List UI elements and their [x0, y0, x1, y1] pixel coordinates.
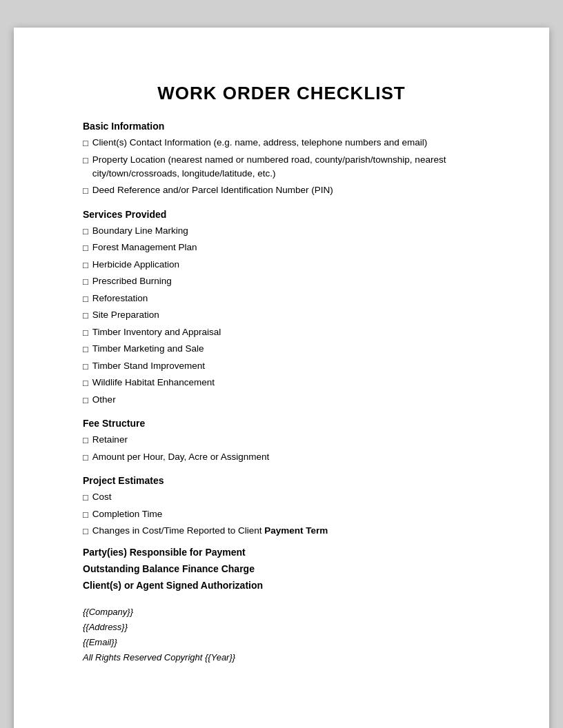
checkbox-deed-reference: □ — [83, 184, 88, 198]
checkbox-reforestation: □ — [83, 292, 88, 306]
item-boundary-line-marking: □ Boundary Line Marking — [83, 224, 480, 239]
item-cost: □ Cost — [83, 490, 480, 505]
section-fee-structure: Fee Structure □ Retainer □ Amount per Ho… — [83, 418, 480, 464]
item-text-herbicide-application: Herbicide Application — [92, 258, 480, 272]
item-text-timber-stand-improvement: Timber Stand Improvement — [92, 359, 480, 373]
checkbox-retainer: □ — [83, 434, 88, 447]
checkbox-wildlife-habitat-enhancement: □ — [83, 376, 88, 390]
heading-outstanding-balance: Outstanding Balance Finance Charge — [83, 563, 480, 574]
page: WORK ORDER CHECKLIST Basic Information □… — [14, 28, 549, 728]
item-text-prescribed-burning: Prescribed Burning — [92, 274, 480, 288]
item-clients-contact: □ Client(s) Contact Information (e.g. na… — [83, 136, 480, 150]
checkbox-site-preparation: □ — [83, 309, 88, 323]
item-deed-reference: □ Deed Reference and/or Parcel Identific… — [83, 183, 480, 198]
item-text-boundary-line-marking: Boundary Line Marking — [92, 224, 480, 238]
footer-copyright: All Rights Reserved Copyright {{Year}} — [83, 650, 480, 665]
checkbox-herbicide-application: □ — [83, 259, 88, 272]
item-text-completion-time: Completion Time — [92, 507, 480, 521]
section-heading-project-estimates: Project Estimates — [83, 475, 480, 486]
checkbox-cost: □ — [83, 491, 88, 505]
item-changes-in-cost: □ Changes in Cost/Time Reported to Clien… — [83, 524, 480, 538]
checkbox-other: □ — [83, 394, 88, 407]
checkbox-amount-per-hour: □ — [83, 451, 88, 465]
item-text-forest-management-plan: Forest Management Plan — [92, 241, 480, 254]
heading-parties-responsible: Party(ies) Responsible for Payment — [83, 547, 480, 558]
item-text-wildlife-habitat-enhancement: Wildlife Habitat Enhancement — [92, 376, 480, 390]
item-text-clients-contact: Client(s) Contact Information (e.g. name… — [92, 136, 480, 150]
section-services-provided: Services Provided □ Boundary Line Markin… — [83, 209, 480, 407]
item-text-timber-marketing-sale: Timber Marketing and Sale — [92, 342, 480, 356]
payment-term-inline: Payment Term — [264, 525, 328, 536]
item-text-deed-reference: Deed Reference and/or Parcel Identificat… — [92, 183, 480, 197]
item-timber-inventory-appraisal: □ Timber Inventory and Appraisal — [83, 325, 480, 340]
item-timber-marketing-sale: □ Timber Marketing and Sale — [83, 342, 480, 356]
item-text-changes-in-cost: Changes in Cost/Time Reported to Client … — [92, 524, 480, 538]
item-property-location: □ Property Location (nearest named or nu… — [83, 153, 480, 181]
checkbox-timber-marketing-sale: □ — [83, 343, 88, 356]
item-forest-management-plan: □ Forest Management Plan — [83, 241, 480, 255]
section-basic-information: Basic Information □ Client(s) Contact In… — [83, 121, 480, 198]
item-text-site-preparation: Site Preparation — [92, 308, 480, 322]
item-reforestation: □ Reforestation — [83, 292, 480, 306]
checkbox-completion-time: □ — [83, 508, 88, 522]
item-other: □ Other — [83, 393, 480, 407]
item-text-retainer: Retainer — [92, 433, 480, 447]
checkbox-prescribed-burning: □ — [83, 275, 88, 289]
item-amount-per-hour: □ Amount per Hour, Day, Acre or Assignme… — [83, 450, 480, 465]
footer: {{Company}} {{Address}} {{Email}} All Ri… — [83, 605, 480, 665]
item-text-cost: Cost — [92, 490, 480, 504]
item-completion-time: □ Completion Time — [83, 507, 480, 522]
checkbox-property-location: □ — [83, 154, 88, 168]
item-wildlife-habitat-enhancement: □ Wildlife Habitat Enhancement — [83, 376, 480, 390]
checkbox-changes-in-cost: □ — [83, 525, 88, 538]
item-text-reforestation: Reforestation — [92, 292, 480, 305]
checkbox-clients-contact: □ — [83, 136, 88, 150]
page-title: WORK ORDER CHECKLIST — [83, 83, 480, 104]
item-text-amount-per-hour: Amount per Hour, Day, Acre or Assignment — [92, 450, 480, 464]
checkbox-boundary-line-marking: □ — [83, 225, 88, 239]
item-prescribed-burning: □ Prescribed Burning — [83, 274, 480, 289]
checkbox-timber-stand-improvement: □ — [83, 360, 88, 374]
section-heading-fee-structure: Fee Structure — [83, 418, 480, 429]
item-timber-stand-improvement: □ Timber Stand Improvement — [83, 359, 480, 374]
footer-company: {{Company}} — [83, 605, 480, 620]
section-heading-services-provided: Services Provided — [83, 209, 480, 220]
footer-address: {{Address}} — [83, 620, 480, 635]
item-site-preparation: □ Site Preparation — [83, 308, 480, 323]
item-text-timber-inventory-appraisal: Timber Inventory and Appraisal — [92, 325, 480, 339]
section-heading-basic-information: Basic Information — [83, 121, 480, 132]
checkbox-forest-management-plan: □ — [83, 241, 88, 255]
item-text-other: Other — [92, 393, 480, 407]
section-project-estimates: Project Estimates □ Cost □ Completion Ti… — [83, 475, 480, 538]
changes-in-cost-text: Changes in Cost/Time Reported to Client — [92, 525, 262, 536]
heading-client-agent-signed: Client(s) or Agent Signed Authorization — [83, 580, 480, 591]
footer-email: {{Email}} — [83, 635, 480, 650]
item-text-property-location: Property Location (nearest named or numb… — [92, 153, 480, 181]
item-herbicide-application: □ Herbicide Application — [83, 258, 480, 272]
item-retainer: □ Retainer — [83, 433, 480, 447]
checkbox-timber-inventory-appraisal: □ — [83, 326, 88, 340]
